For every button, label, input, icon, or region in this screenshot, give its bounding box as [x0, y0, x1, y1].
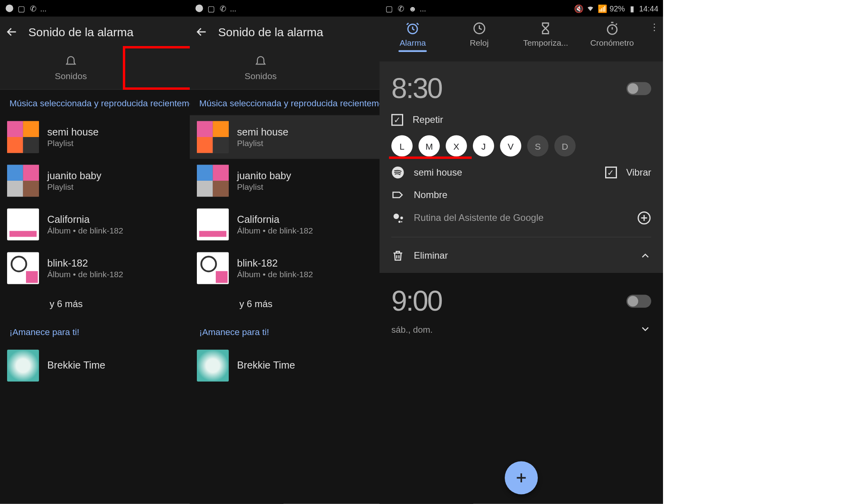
- album-art: [197, 350, 229, 382]
- more-notif: ...: [420, 4, 426, 13]
- sound-label: semi house: [414, 167, 462, 178]
- clock-content: 8:30 Repetir L M X J V S D semi house: [380, 61, 663, 504]
- svg-point-0: [6, 4, 13, 12]
- routine-row[interactable]: Rutina del Asistente de Google: [391, 211, 651, 225]
- name-label: Nombre: [414, 190, 447, 200]
- tab-stopwatch[interactable]: Cronómetro: [579, 21, 645, 47]
- tab-sounds[interactable]: Sonidos: [190, 47, 332, 89]
- delete-row[interactable]: Eliminar: [391, 249, 448, 262]
- signal-icon: 📶: [598, 4, 607, 13]
- svg-point-11: [400, 217, 403, 219]
- back-icon[interactable]: [5, 25, 19, 39]
- tab-clock-label: Reloj: [470, 38, 489, 47]
- alarm-days-text: sáb., dom.: [391, 324, 433, 334]
- day-D[interactable]: D: [554, 135, 576, 157]
- smile-icon: ☻: [408, 4, 417, 13]
- gallery-icon: ▢: [384, 4, 394, 13]
- tab-alarm[interactable]: Alarma: [380, 21, 446, 47]
- routine-label: Rutina del Asistente de Google: [414, 213, 544, 223]
- alarm-icon: [406, 21, 420, 35]
- status-bar: ▢ ✆ ☻ ... 🔇 📶 92% ▮ 14:44: [380, 0, 663, 17]
- day-V[interactable]: V: [500, 135, 521, 157]
- more-notif: ...: [230, 4, 236, 13]
- tab-sounds-label: Sonidos: [55, 71, 87, 81]
- whatsapp-icon: ✆: [396, 4, 406, 13]
- album-art: [197, 165, 229, 197]
- svg-point-12: [398, 220, 401, 223]
- repeat-checkbox[interactable]: [391, 114, 403, 126]
- album-art: [197, 252, 229, 284]
- trash-icon: [391, 249, 404, 262]
- gallery-icon: ▢: [17, 4, 26, 13]
- stopwatch-icon: [605, 21, 619, 35]
- svg-point-13: [401, 221, 402, 222]
- more-label: y 6 más: [50, 299, 83, 309]
- divider: [391, 237, 651, 238]
- svg-point-10: [394, 214, 399, 219]
- hourglass-icon: [539, 21, 553, 35]
- day-J[interactable]: J: [473, 135, 494, 157]
- clock-icon: [472, 21, 486, 35]
- alarm-time[interactable]: 8:30: [391, 72, 442, 105]
- day-M[interactable]: M: [419, 135, 440, 157]
- more-notif: ...: [40, 4, 46, 13]
- tab-alarm-label: Alarma: [400, 38, 426, 47]
- vibrate-label: Vibrar: [626, 167, 651, 178]
- sound-row[interactable]: semi house Vibrar: [391, 166, 651, 179]
- add-routine-icon[interactable]: [637, 211, 651, 225]
- album-art: [7, 252, 39, 284]
- alarm-toggle[interactable]: [626, 82, 651, 95]
- tab-stopwatch-label: Cronómetro: [590, 38, 634, 47]
- back-icon[interactable]: [194, 25, 209, 39]
- tab-timer-label: Temporiza...: [523, 38, 568, 47]
- gallery-icon: ▢: [206, 4, 216, 13]
- add-alarm-button[interactable]: [505, 461, 538, 495]
- album-art: [7, 209, 39, 241]
- album-art: [197, 209, 229, 241]
- whatsapp-icon: ✆: [218, 4, 228, 13]
- name-row[interactable]: Nombre: [391, 189, 651, 202]
- tab-sounds-label: Sonidos: [244, 71, 276, 81]
- whatsapp-icon: ✆: [28, 4, 38, 13]
- tab-clock[interactable]: Reloj: [446, 21, 513, 47]
- alarm-toggle[interactable]: [626, 295, 651, 308]
- overflow-menu-icon[interactable]: ⋮: [645, 21, 663, 33]
- day-L[interactable]: L: [391, 135, 413, 157]
- album-art: [7, 121, 39, 153]
- mute-icon: 🔇: [574, 4, 583, 13]
- alarm-card-expanded: 8:30 Repetir L M X J V S D semi house: [380, 61, 663, 273]
- vibrate-checkbox[interactable]: [605, 167, 617, 178]
- day-S[interactable]: S: [527, 135, 548, 157]
- spotify-icon: [5, 4, 14, 13]
- bell-icon: [65, 56, 78, 69]
- collapse-icon[interactable]: [639, 250, 651, 262]
- battery-icon: ▮: [627, 4, 637, 13]
- bell-icon: [254, 56, 267, 69]
- album-art: [7, 350, 39, 382]
- tab-timer[interactable]: Temporiza...: [513, 21, 579, 47]
- alarm-time[interactable]: 9:00: [391, 285, 442, 317]
- label-icon: [391, 189, 404, 202]
- clock-tabs: Alarma Reloj Temporiza... Cronómetro ⋮: [380, 17, 663, 61]
- phone-screenshot-3: ▢ ✆ ☻ ... 🔇 📶 92% ▮ 14:44 Alarma Reloj T…: [380, 0, 663, 504]
- day-X[interactable]: X: [446, 135, 467, 157]
- expand-icon[interactable]: [639, 323, 651, 335]
- delete-label: Eliminar: [414, 250, 448, 261]
- day-chips: L M X J V S D: [391, 135, 651, 157]
- battery-text: 92%: [609, 4, 625, 13]
- spotify-icon: [194, 4, 204, 13]
- tab-sounds[interactable]: Sonidos: [0, 47, 142, 89]
- more-label: y 6 más: [239, 299, 272, 309]
- clock-text: 14:44: [639, 4, 658, 13]
- album-art: [7, 165, 39, 197]
- album-art: [197, 121, 229, 153]
- svg-point-3: [195, 4, 203, 12]
- wifi-icon: [586, 4, 595, 13]
- vibrate-group[interactable]: Vibrar: [605, 167, 651, 178]
- repeat-label: Repetir: [413, 115, 443, 125]
- assistant-icon: [391, 211, 404, 224]
- repeat-row[interactable]: Repetir: [391, 114, 651, 126]
- spotify-sound-icon: [391, 166, 404, 179]
- alarm-card-collapsed[interactable]: 9:00 sáb., dom.: [380, 273, 663, 347]
